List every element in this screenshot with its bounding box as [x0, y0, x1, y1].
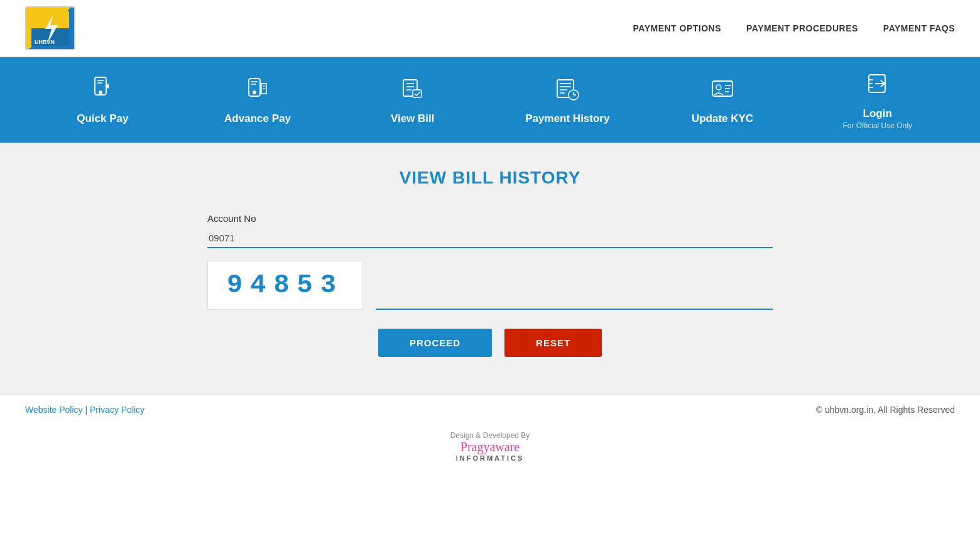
nav-payment-options[interactable]: PAYMENT OPTIONS: [633, 23, 722, 33]
payment-history-item[interactable]: Payment History: [490, 57, 645, 143]
proceed-button[interactable]: PROCEED: [378, 329, 492, 357]
reset-button[interactable]: RESET: [504, 329, 602, 357]
update-kyc-label: Update KYC: [692, 112, 753, 125]
header: UHBVN PAYMENT OPTIONS PAYMENT PROCEDURES…: [0, 0, 980, 57]
footer-copyright: © uhbvn.org.in, All Rights Reserved: [816, 405, 955, 415]
captcha-row: 94853: [207, 261, 773, 310]
page-title: VIEW BILL HISTORY: [38, 168, 942, 188]
advance-pay-label: Advance Pay: [224, 112, 291, 125]
footer: Website Policy | Privacy Policy © uhbvn.…: [0, 394, 980, 474]
svg-rect-18: [413, 90, 422, 97]
developer-brand: Pragyaware: [0, 440, 980, 454]
login-label: Login: [863, 107, 892, 120]
account-no-input[interactable]: [207, 229, 773, 248]
developer-sub: INFORMATICS: [0, 454, 980, 462]
footer-center: Design & Developed By Pragyaware INFORMA…: [0, 425, 980, 474]
payment-history-icon: [553, 75, 581, 106]
payment-history-label: Payment History: [525, 112, 609, 125]
footer-separator: |: [85, 405, 90, 415]
logo: UHBVN: [25, 6, 75, 50]
website-policy-link[interactable]: Website Policy: [25, 405, 83, 415]
captcha-image-box: 94853: [207, 261, 363, 310]
view-bill-icon: [399, 75, 427, 106]
svg-text:UHBVN: UHBVN: [35, 39, 55, 45]
privacy-policy-link[interactable]: Privacy Policy: [90, 405, 144, 415]
nav-links: PAYMENT OPTIONS PAYMENT PROCEDURES PAYME…: [633, 23, 955, 33]
advance-pay-icon: [244, 75, 271, 106]
logo-area: UHBVN: [25, 6, 75, 50]
svg-point-28: [716, 85, 721, 90]
quick-pay-item[interactable]: Quick Pay: [25, 57, 180, 143]
developer-label: Design & Developed By: [0, 431, 980, 440]
mobile-pay-icon: [89, 75, 116, 106]
account-no-label: Account No: [207, 213, 773, 224]
update-kyc-icon: [709, 75, 736, 106]
nav-payment-procedures[interactable]: PAYMENT PROCEDURES: [746, 23, 858, 33]
login-item[interactable]: Login For Official Use Only: [800, 57, 955, 143]
nav-payment-faqs[interactable]: PAYMENT FAQS: [883, 23, 955, 33]
view-bill-item[interactable]: View Bill: [335, 57, 490, 143]
svg-point-11: [253, 91, 256, 94]
main-content: VIEW BILL HISTORY Account No 94853 PROCE…: [0, 143, 980, 394]
form-area: Account No 94853 PROCEED RESET: [207, 213, 773, 357]
view-bill-label: View Bill: [391, 112, 435, 125]
update-kyc-item[interactable]: Update KYC: [645, 57, 800, 143]
quick-pay-label: Quick Pay: [77, 112, 128, 125]
button-row: PROCEED RESET: [207, 329, 773, 357]
login-icon: [864, 70, 891, 101]
advance-pay-item[interactable]: Advance Pay: [180, 57, 335, 143]
footer-links: Website Policy | Privacy Policy: [25, 405, 144, 415]
captcha-display: 94853: [227, 270, 344, 300]
login-sublabel: For Official Use Only: [842, 121, 912, 130]
captcha-input[interactable]: [376, 290, 773, 310]
svg-point-7: [99, 91, 102, 94]
blue-banner: Quick Pay Advance Pay: [0, 57, 980, 143]
